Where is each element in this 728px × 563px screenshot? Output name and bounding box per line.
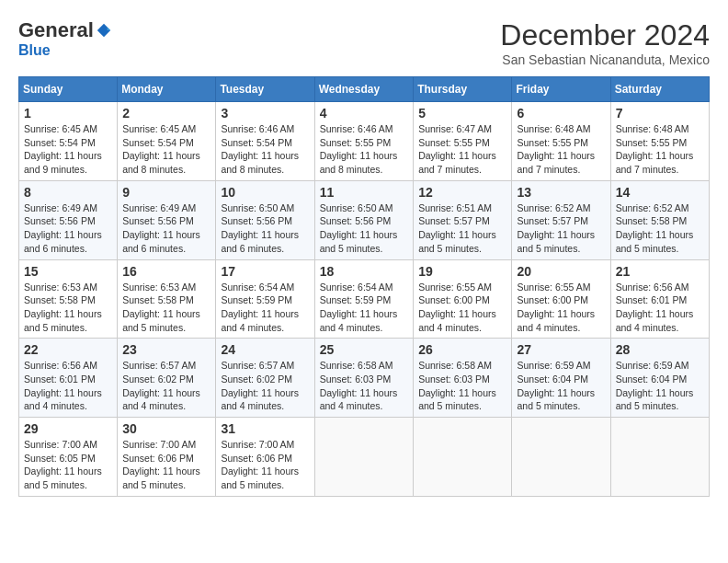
day-info: Sunrise: 6:51 AMSunset: 5:57 PMDaylight:…: [418, 201, 506, 256]
day-info: Sunrise: 6:59 AMSunset: 6:04 PMDaylight:…: [616, 359, 704, 413]
calendar-cell: 29Sunrise: 7:00 AMSunset: 6:05 PMDayligh…: [19, 418, 118, 497]
weekday-header: Saturday: [610, 77, 709, 102]
calendar-cell: 10Sunrise: 6:50 AMSunset: 5:56 PMDayligh…: [216, 180, 314, 259]
logo-icon: [96, 22, 112, 39]
calendar-cell: 28Sunrise: 6:59 AMSunset: 6:04 PMDayligh…: [610, 339, 709, 418]
day-info: Sunrise: 6:48 AMSunset: 5:55 PMDaylight:…: [616, 122, 704, 177]
calendar-cell: [610, 418, 709, 497]
day-number: 29: [24, 421, 112, 436]
day-number: 17: [221, 264, 309, 279]
calendar-cell: 23Sunrise: 6:57 AMSunset: 6:02 PMDayligh…: [118, 339, 216, 418]
month-title: December 2024: [500, 18, 710, 52]
calendar-cell: 3Sunrise: 6:46 AMSunset: 5:54 PMDaylight…: [216, 102, 314, 181]
day-number: 25: [320, 342, 409, 357]
calendar-cell: 4Sunrise: 6:46 AMSunset: 5:55 PMDaylight…: [314, 102, 414, 181]
day-info: Sunrise: 7:00 AMSunset: 6:06 PMDaylight:…: [221, 438, 309, 492]
weekday-header: Friday: [512, 77, 610, 102]
day-info: Sunrise: 6:49 AMSunset: 5:56 PMDaylight:…: [24, 201, 112, 256]
day-info: Sunrise: 6:46 AMSunset: 5:54 PMDaylight:…: [221, 122, 309, 177]
calendar-cell: 8Sunrise: 6:49 AMSunset: 5:56 PMDaylight…: [19, 180, 118, 259]
day-info: Sunrise: 6:56 AMSunset: 6:01 PMDaylight:…: [24, 359, 112, 413]
week-row: 1Sunrise: 6:45 AMSunset: 5:54 PMDaylight…: [19, 102, 710, 181]
day-info: Sunrise: 6:55 AMSunset: 6:00 PMDaylight:…: [517, 281, 605, 335]
calendar-cell: 31Sunrise: 7:00 AMSunset: 6:06 PMDayligh…: [216, 418, 314, 497]
day-info: Sunrise: 6:52 AMSunset: 5:58 PMDaylight:…: [616, 201, 704, 256]
location: San Sebastian Nicananduta, Mexico: [500, 52, 710, 67]
day-number: 15: [24, 264, 112, 279]
day-number: 28: [616, 342, 704, 357]
calendar-cell: 25Sunrise: 6:58 AMSunset: 6:03 PMDayligh…: [314, 339, 414, 418]
day-number: 12: [418, 185, 506, 200]
day-info: Sunrise: 6:52 AMSunset: 5:57 PMDaylight:…: [517, 201, 605, 256]
calendar-cell: 6Sunrise: 6:48 AMSunset: 5:55 PMDaylight…: [512, 102, 610, 181]
day-number: 10: [221, 185, 309, 200]
calendar-cell: 26Sunrise: 6:58 AMSunset: 6:03 PMDayligh…: [414, 339, 512, 418]
day-number: 18: [320, 264, 409, 279]
day-info: Sunrise: 6:45 AMSunset: 5:54 PMDaylight:…: [24, 122, 112, 177]
calendar-cell: [512, 418, 610, 497]
calendar-cell: 22Sunrise: 6:56 AMSunset: 6:01 PMDayligh…: [19, 339, 118, 418]
calendar-cell: 13Sunrise: 6:52 AMSunset: 5:57 PMDayligh…: [512, 180, 610, 259]
day-info: Sunrise: 6:45 AMSunset: 5:54 PMDaylight:…: [122, 122, 210, 177]
calendar-cell: 11Sunrise: 6:50 AMSunset: 5:56 PMDayligh…: [314, 180, 414, 259]
calendar-cell: 14Sunrise: 6:52 AMSunset: 5:58 PMDayligh…: [610, 180, 709, 259]
day-number: 31: [221, 421, 309, 436]
week-row: 8Sunrise: 6:49 AMSunset: 5:56 PMDaylight…: [19, 180, 710, 259]
day-number: 19: [418, 264, 506, 279]
day-number: 3: [221, 106, 309, 121]
calendar-cell: 5Sunrise: 6:47 AMSunset: 5:55 PMDaylight…: [414, 102, 512, 181]
day-number: 2: [122, 106, 210, 121]
day-number: 16: [122, 264, 210, 279]
day-info: Sunrise: 6:49 AMSunset: 5:56 PMDaylight:…: [122, 201, 210, 256]
day-number: 13: [517, 185, 605, 200]
day-number: 7: [616, 106, 704, 121]
day-info: Sunrise: 6:56 AMSunset: 6:01 PMDaylight:…: [616, 281, 704, 335]
week-row: 22Sunrise: 6:56 AMSunset: 6:01 PMDayligh…: [19, 339, 710, 418]
weekday-header: Thursday: [414, 77, 512, 102]
day-number: 20: [517, 264, 605, 279]
day-info: Sunrise: 6:50 AMSunset: 5:56 PMDaylight:…: [320, 201, 409, 256]
calendar-cell: 24Sunrise: 6:57 AMSunset: 6:02 PMDayligh…: [216, 339, 314, 418]
calendar-cell: 15Sunrise: 6:53 AMSunset: 5:58 PMDayligh…: [19, 259, 118, 339]
calendar-cell: 30Sunrise: 7:00 AMSunset: 6:06 PMDayligh…: [118, 418, 216, 497]
calendar-cell: 18Sunrise: 6:54 AMSunset: 5:59 PMDayligh…: [314, 259, 414, 339]
day-number: 5: [418, 106, 506, 121]
calendar-cell: 17Sunrise: 6:54 AMSunset: 5:59 PMDayligh…: [216, 259, 314, 339]
day-number: 6: [517, 106, 605, 121]
day-info: Sunrise: 6:58 AMSunset: 6:03 PMDaylight:…: [418, 359, 506, 413]
calendar-cell: 27Sunrise: 6:59 AMSunset: 6:04 PMDayligh…: [512, 339, 610, 418]
day-info: Sunrise: 6:54 AMSunset: 5:59 PMDaylight:…: [221, 281, 309, 335]
day-info: Sunrise: 6:55 AMSunset: 6:00 PMDaylight:…: [418, 281, 506, 335]
day-info: Sunrise: 6:48 AMSunset: 5:55 PMDaylight:…: [517, 122, 605, 177]
day-number: 9: [122, 185, 210, 200]
calendar-cell: 20Sunrise: 6:55 AMSunset: 6:00 PMDayligh…: [512, 259, 610, 339]
calendar-cell: [414, 418, 512, 497]
day-info: Sunrise: 6:47 AMSunset: 5:55 PMDaylight:…: [418, 122, 506, 177]
day-info: Sunrise: 7:00 AMSunset: 6:05 PMDaylight:…: [24, 438, 112, 492]
calendar-cell: 9Sunrise: 6:49 AMSunset: 5:56 PMDaylight…: [118, 180, 216, 259]
day-number: 23: [122, 342, 210, 357]
calendar-cell: 16Sunrise: 6:53 AMSunset: 5:58 PMDayligh…: [118, 259, 216, 339]
calendar-cell: 7Sunrise: 6:48 AMSunset: 5:55 PMDaylight…: [610, 102, 709, 181]
week-row: 15Sunrise: 6:53 AMSunset: 5:58 PMDayligh…: [19, 259, 710, 339]
day-info: Sunrise: 6:46 AMSunset: 5:55 PMDaylight:…: [320, 122, 409, 177]
calendar-cell: [314, 418, 414, 497]
day-number: 30: [122, 421, 210, 436]
day-number: 14: [616, 185, 704, 200]
day-info: Sunrise: 6:58 AMSunset: 6:03 PMDaylight:…: [320, 359, 409, 413]
day-info: Sunrise: 7:00 AMSunset: 6:06 PMDaylight:…: [122, 438, 210, 492]
weekday-header: Wednesday: [314, 77, 414, 102]
calendar-cell: 2Sunrise: 6:45 AMSunset: 5:54 PMDaylight…: [118, 102, 216, 181]
logo-general: General: [18, 18, 94, 42]
day-info: Sunrise: 6:50 AMSunset: 5:56 PMDaylight:…: [221, 201, 309, 256]
logo: General Blue: [18, 18, 112, 59]
day-info: Sunrise: 6:57 AMSunset: 6:02 PMDaylight:…: [221, 359, 309, 413]
day-number: 8: [24, 185, 112, 200]
calendar-cell: 1Sunrise: 6:45 AMSunset: 5:54 PMDaylight…: [19, 102, 118, 181]
calendar-table: SundayMondayTuesdayWednesdayThursdayFrid…: [18, 76, 710, 497]
header: General Blue December 2024 San Sebastian…: [18, 18, 710, 67]
weekday-header: Tuesday: [216, 77, 314, 102]
day-info: Sunrise: 6:53 AMSunset: 5:58 PMDaylight:…: [24, 281, 112, 335]
day-number: 21: [616, 264, 704, 279]
day-number: 22: [24, 342, 112, 357]
